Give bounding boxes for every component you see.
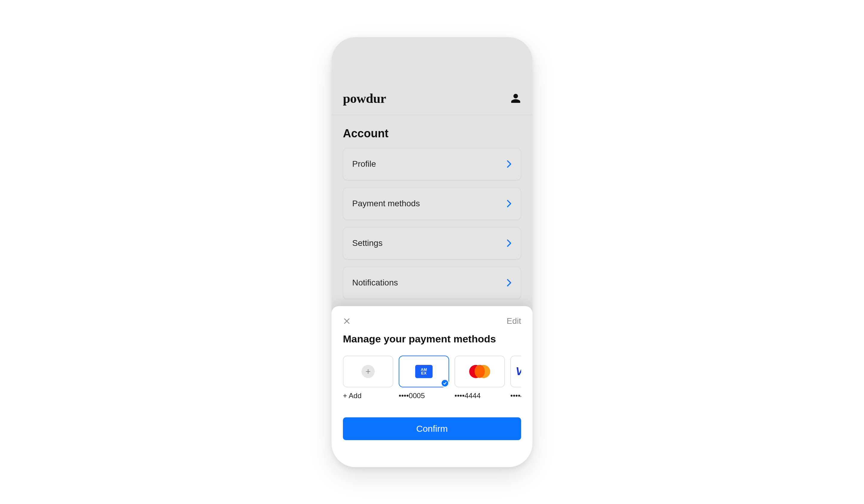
payment-method-visa[interactable]: V ••••42 [510, 356, 521, 400]
card-last4: ••••0005 [399, 392, 449, 400]
list-item-label: Profile [352, 159, 376, 169]
payment-methods-sheet: Edit Manage your payment methods + Add [332, 306, 532, 467]
account-item-settings[interactable]: Settings [343, 227, 521, 259]
card-tile[interactable] [455, 356, 505, 388]
phone-frame: powdur Account Profile Payment methods S… [332, 37, 532, 467]
status-bar-spacer [332, 37, 532, 82]
list-item-label: Settings [352, 238, 383, 248]
account-menu: Profile Payment methods Settings Notific… [332, 148, 532, 299]
chevron-right-icon [506, 239, 512, 247]
confirm-button[interactable]: Confirm [343, 417, 521, 440]
list-item-label: Notifications [352, 278, 398, 287]
payment-method-amex[interactable]: AMEX ••••0005 [399, 356, 449, 400]
account-item-notifications[interactable]: Notifications [343, 267, 521, 299]
close-button[interactable] [343, 317, 351, 325]
chevron-right-icon [506, 160, 512, 168]
confirm-button-label: Confirm [416, 423, 448, 434]
add-card-tile[interactable] [343, 356, 393, 388]
add-card-label: + Add [343, 392, 393, 400]
card-last4: ••••42 [510, 392, 521, 400]
mastercard-icon [469, 365, 490, 378]
brand-logo: powdur [343, 91, 386, 106]
payment-method-mastercard[interactable]: ••••4444 [455, 356, 505, 400]
plus-icon [361, 365, 375, 378]
selected-check-icon [441, 379, 449, 388]
visa-icon: V [516, 365, 521, 378]
list-item-label: Payment methods [352, 199, 420, 208]
card-last4: ••••4444 [455, 392, 505, 400]
account-item-profile[interactable]: Profile [343, 148, 521, 180]
payment-methods-list: + Add AMEX ••••0005 [343, 356, 521, 400]
account-icon[interactable] [510, 93, 521, 104]
card-tile[interactable]: AMEX [399, 356, 449, 388]
amex-icon: AMEX [415, 365, 433, 378]
edit-button[interactable]: Edit [507, 316, 521, 326]
page-title: Account [332, 115, 532, 148]
add-payment-method[interactable]: + Add [343, 356, 393, 400]
chevron-right-icon [506, 199, 512, 208]
sheet-title: Manage your payment methods [343, 333, 521, 345]
account-item-payment-methods[interactable]: Payment methods [343, 187, 521, 220]
chevron-right-icon [506, 279, 512, 287]
card-tile[interactable]: V [510, 356, 521, 388]
navbar: powdur [332, 82, 532, 115]
sheet-header: Edit [343, 316, 521, 326]
